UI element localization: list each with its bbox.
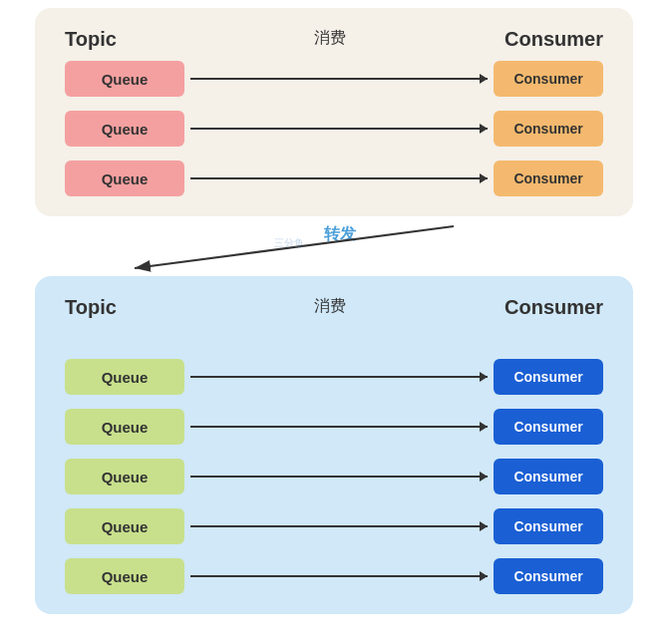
table-row: Queue Consumer <box>65 61 603 97</box>
queue-box-3: Queue <box>65 161 184 196</box>
arrow-line-1 <box>190 78 488 80</box>
bottom-queue-box-2: Queue <box>65 409 184 445</box>
bottom-arrow-line-2 <box>190 426 488 428</box>
top-consumer-title: Consumer <box>504 28 603 51</box>
table-row: Queue Consumer <box>65 459 603 494</box>
table-row: Queue Consumer <box>65 558 603 594</box>
queue-box-1: Queue <box>65 61 184 97</box>
consumer-box-1: Consumer <box>494 61 603 97</box>
bottom-consumer-box-3: Consumer <box>494 459 603 494</box>
bottom-queue-box-4: Queue <box>65 508 184 544</box>
bottom-arrow-line-4 <box>190 525 488 527</box>
bottom-arrow-line-1 <box>190 376 488 378</box>
bottom-consumer-title: Consumer <box>504 296 603 319</box>
arrow-line-3 <box>190 177 488 179</box>
table-row: Queue Consumer <box>65 111 603 147</box>
bottom-rows: Queue Consumer Queue Consumer Queue Cons… <box>65 359 603 594</box>
bottom-arrow-line-5 <box>190 575 488 577</box>
bottom-consumer-box-1: Consumer <box>494 359 603 395</box>
table-row: Queue Consumer <box>65 161 603 196</box>
consumer-box-2: Consumer <box>494 111 603 147</box>
bottom-arrow-line-3 <box>190 476 488 478</box>
bottom-consumer-box-2: Consumer <box>494 409 603 445</box>
queue-box-2: Queue <box>65 111 184 147</box>
bottom-queue-box-5: Queue <box>65 558 184 594</box>
table-row: Queue Consumer <box>65 409 603 445</box>
bottom-section: Topic 消费 Consumer Queue Consumer Queue C… <box>35 276 633 614</box>
top-rows: Queue Consumer Queue Consumer Queue Cons… <box>65 61 603 196</box>
top-consume-text: 消费 <box>314 28 346 49</box>
bottom-consumer-box-5: Consumer <box>494 558 603 594</box>
top-section: Topic 消费 Consumer Queue Consumer Queue C… <box>35 8 633 216</box>
main-container: Topic 消费 Consumer Queue Consumer Queue C… <box>10 8 658 636</box>
table-row: Queue Consumer <box>65 508 603 544</box>
arrow-line-2 <box>190 128 488 130</box>
table-row: Queue Consumer <box>65 359 603 395</box>
bottom-queue-box-3: Queue <box>65 459 184 494</box>
bottom-queue-box-1: Queue <box>65 359 184 395</box>
consumer-box-3: Consumer <box>494 161 603 196</box>
bottom-consume-text: 消费 <box>314 296 346 317</box>
middle-area: 转发 三分鱼 <box>35 216 633 276</box>
svg-text:三分鱼: 三分鱼 <box>274 237 304 248</box>
diagonal-arrow-svg: 三分鱼 <box>35 216 633 276</box>
bottom-consumer-box-4: Consumer <box>494 508 603 544</box>
